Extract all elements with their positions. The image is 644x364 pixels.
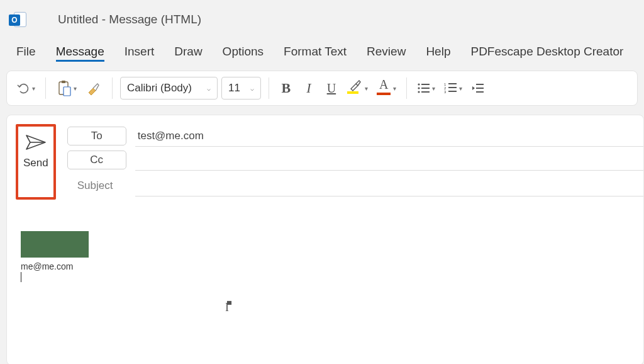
chevron-down-icon: ▾ bbox=[74, 85, 77, 92]
svg-rect-6 bbox=[421, 88, 430, 89]
chevron-down-icon: ▾ bbox=[432, 85, 435, 92]
menu-review[interactable]: Review bbox=[367, 42, 406, 61]
format-painter-button[interactable] bbox=[83, 77, 104, 100]
svg-rect-12 bbox=[448, 87, 457, 88]
font-name-select[interactable]: Calibri (Body) ⌵ bbox=[120, 77, 218, 100]
font-size-select[interactable]: 11 ⌵ bbox=[221, 77, 261, 100]
separator bbox=[45, 77, 46, 99]
highlight-button[interactable]: ▾ bbox=[345, 77, 370, 100]
decrease-indent-icon bbox=[471, 82, 485, 94]
svg-text:3: 3 bbox=[444, 90, 447, 94]
svg-rect-2 bbox=[64, 87, 70, 96]
signature-image-block bbox=[21, 231, 89, 258]
chevron-down-icon: ⌵ bbox=[207, 85, 211, 92]
to-button[interactable]: To bbox=[67, 127, 126, 145]
undo-button[interactable]: ▾ bbox=[13, 77, 38, 100]
separator bbox=[112, 77, 113, 99]
italic-button[interactable]: I bbox=[299, 77, 318, 100]
menu-options[interactable]: Options bbox=[223, 42, 264, 61]
bullet-list-button[interactable]: ▾ bbox=[414, 77, 438, 100]
send-label: Send bbox=[23, 157, 48, 169]
chevron-down-icon: ▾ bbox=[32, 85, 35, 92]
decrease-indent-button[interactable] bbox=[469, 77, 487, 100]
svg-point-7 bbox=[418, 91, 419, 93]
undo-icon bbox=[16, 81, 31, 96]
svg-rect-4 bbox=[421, 84, 430, 85]
svg-rect-16 bbox=[476, 88, 484, 89]
font-color-button[interactable]: A ▾ bbox=[374, 77, 399, 100]
separator bbox=[269, 77, 269, 99]
menu-help[interactable]: Help bbox=[426, 42, 450, 61]
font-color-icon: A bbox=[377, 79, 392, 98]
menu-format-text[interactable]: Format Text bbox=[284, 42, 347, 61]
menu-message[interactable]: Message bbox=[56, 42, 104, 62]
chevron-down-icon: ▾ bbox=[459, 85, 462, 92]
menu-draw[interactable]: Draw bbox=[174, 42, 202, 61]
numbered-list-icon: 1 2 3 bbox=[444, 82, 458, 94]
svg-rect-10 bbox=[448, 83, 457, 84]
compose-panel: Send To Cc Subject me@me.com I▀ bbox=[6, 115, 644, 364]
svg-point-3 bbox=[418, 83, 419, 85]
font-name-value: Calibri (Body) bbox=[127, 82, 192, 94]
to-input[interactable] bbox=[135, 125, 643, 147]
send-button[interactable]: Send bbox=[16, 124, 56, 200]
send-icon bbox=[24, 133, 48, 152]
svg-rect-17 bbox=[476, 91, 484, 93]
clipboard-icon bbox=[56, 79, 72, 97]
paintbrush-icon bbox=[86, 80, 102, 96]
separator bbox=[406, 77, 407, 99]
font-size-value: 11 bbox=[228, 82, 240, 94]
subject-label: Subject bbox=[67, 179, 126, 192]
chevron-down-icon: ▾ bbox=[393, 85, 396, 92]
message-body[interactable]: me@me.com I▀ bbox=[16, 219, 643, 364]
mouse-cursor-icon: I▀ bbox=[225, 301, 643, 314]
svg-point-5 bbox=[418, 87, 419, 89]
menu-file[interactable]: File bbox=[16, 42, 36, 61]
outlook-icon: O bbox=[9, 11, 26, 28]
svg-rect-8 bbox=[421, 91, 430, 93]
svg-rect-15 bbox=[476, 84, 484, 85]
window-title: Untitled - Message (HTML) bbox=[58, 13, 201, 26]
svg-rect-1 bbox=[62, 81, 65, 83]
ribbon-toolbar: ▾ ▾ Calibri (Body) ⌵ 11 ⌵ B I U bbox=[6, 71, 638, 106]
svg-rect-14 bbox=[448, 91, 457, 92]
cc-input[interactable] bbox=[135, 149, 643, 171]
chevron-down-icon: ⌵ bbox=[250, 85, 254, 92]
signature-email: me@me.com bbox=[21, 261, 643, 271]
chevron-down-icon: ▾ bbox=[365, 85, 368, 92]
menu-bar: File Message Insert Draw Options Format … bbox=[0, 39, 644, 64]
highlighter-icon bbox=[348, 79, 362, 91]
underline-button[interactable]: U bbox=[322, 77, 341, 100]
menu-insert[interactable]: Insert bbox=[125, 42, 155, 61]
title-bar: O Untitled - Message (HTML) bbox=[0, 0, 644, 39]
numbered-list-button[interactable]: 1 2 3 ▾ bbox=[441, 77, 465, 100]
menu-pdfescape[interactable]: PDFescape Desktop Creator bbox=[470, 42, 623, 61]
cc-button[interactable]: Cc bbox=[67, 151, 126, 169]
text-caret bbox=[21, 272, 21, 282]
bullet-list-icon bbox=[417, 82, 431, 94]
paste-button[interactable]: ▾ bbox=[53, 77, 79, 100]
subject-input[interactable] bbox=[135, 175, 643, 196]
bold-button[interactable]: B bbox=[277, 77, 296, 100]
